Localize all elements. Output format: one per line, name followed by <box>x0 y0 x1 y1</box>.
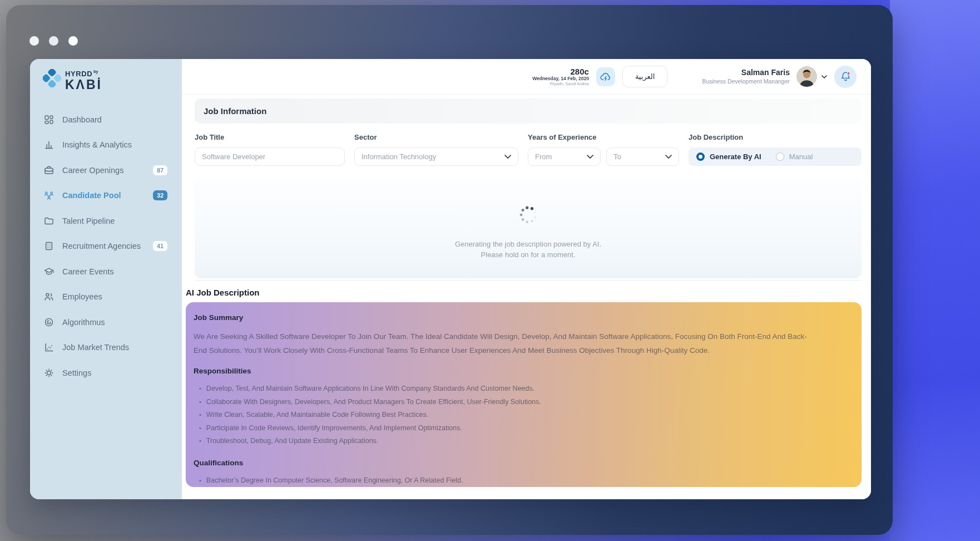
two-people-icon <box>43 291 55 302</box>
window-control-dot[interactable] <box>68 36 78 46</box>
job-description-mode-group: Generate By AI Manual <box>689 147 862 166</box>
experience-field: Years of Experience From To <box>528 134 679 166</box>
current-location: Riyadh, Saudi Arabia <box>532 82 589 87</box>
sidebar-item-label: Career Events <box>62 267 167 276</box>
experience-to-select[interactable]: To <box>606 147 679 166</box>
responsibility-item: •Participate In Code Reviews, Identify I… <box>199 422 839 435</box>
chevron-down-icon <box>665 155 672 159</box>
window-control-dot[interactable] <box>49 36 58 46</box>
sidebar-item-dashboard[interactable]: Dashboard <box>30 107 182 132</box>
window-controls <box>29 36 78 46</box>
recruitment-agencies-count-badge: 41 <box>153 241 167 251</box>
brand-name-bottom: KΛBİ <box>65 78 102 91</box>
job-title-label: Job Title <box>195 134 345 141</box>
sidebar-item-label: Algorithmus <box>62 318 167 327</box>
qualifications-heading: Qualifications <box>194 459 839 467</box>
sector-selected-value: Information Technology <box>362 153 436 161</box>
responsibility-item: •Collaborate With Designers, Developers,… <box>199 396 839 409</box>
job-description-field: Job Description Generate By AI Manual <box>689 134 862 166</box>
chevron-down-icon <box>587 155 593 159</box>
sidebar-item-label: Candidate Pool <box>62 191 145 200</box>
weather-widget[interactable] <box>596 67 615 86</box>
sector-field: Sector Information Technology <box>354 134 518 166</box>
temperature-value: 280c <box>532 67 589 76</box>
graduation-cap-icon <box>43 266 55 277</box>
radio-unselected-icon <box>776 153 784 161</box>
sidebar-item-settings[interactable]: Settings <box>30 360 182 386</box>
briefcase-icon <box>43 165 55 176</box>
trend-axis-icon <box>43 342 55 353</box>
notifications-button[interactable] <box>834 66 857 88</box>
user-role: Business Development Mananger <box>702 78 790 85</box>
cloud-lightning-icon <box>600 71 612 83</box>
sidebar-item-label: Talent Pipeline <box>62 217 167 225</box>
main-area: 280c Wednesday, 14 Feb, 2020 Riyadh, Sau… <box>182 59 871 499</box>
folder-icon <box>43 215 55 227</box>
profile-dropdown-caret[interactable] <box>821 75 827 78</box>
section-title: Job Information <box>204 106 266 116</box>
sidebar-item-label: Settings <box>62 368 167 377</box>
responsibility-item: •Develop, Test, And Maintain Software Ap… <box>199 382 839 396</box>
loading-message-line2: Please hold on for a moment. <box>195 250 862 260</box>
job-summary-text: We Are Seeking A Skilled Software Develo… <box>194 329 814 357</box>
page-content: Job Information Job Title Sector Informa… <box>195 95 862 487</box>
sector-select[interactable]: Information Technology <box>354 147 518 166</box>
language-toggle-button[interactable]: العربية <box>622 66 668 87</box>
responsibility-item: •Write Clean, Scalable, And Maintainable… <box>199 409 839 422</box>
job-title-input[interactable] <box>195 147 345 166</box>
sector-label: Sector <box>354 134 518 141</box>
sidebar-item-insights-analytics[interactable]: Insights & Analytics <box>30 132 182 158</box>
bar-chart-icon <box>43 139 55 150</box>
sidebar-nav: Dashboard Insights & Analytics Career Op… <box>30 107 182 386</box>
kabi-clover-icon <box>43 69 61 87</box>
responsibilities-heading: Responsibilities <box>194 367 839 375</box>
desktop-wallpaper: HYRDDby KΛBİ Dashboard Insights & Analyt… <box>0 0 980 541</box>
sidebar-item-recruitment-agencies[interactable]: Recruitment Agencies 41 <box>30 234 182 259</box>
bell-icon <box>840 71 852 82</box>
building-icon <box>43 240 55 252</box>
window-control-dot[interactable] <box>29 36 39 46</box>
experience-to-placeholder: To <box>613 153 621 161</box>
radio-selected-icon <box>696 153 705 161</box>
sidebar-item-label: Employees <box>62 292 167 301</box>
sidebar-item-career-events[interactable]: Career Events <box>30 259 182 284</box>
top-header-bar: 280c Wednesday, 14 Feb, 2020 Riyadh, Sau… <box>182 59 871 95</box>
avatar-photo <box>796 66 817 87</box>
sidebar-item-career-openings[interactable]: Career Openings 87 <box>30 158 182 183</box>
loading-spinner-icon <box>518 205 538 225</box>
user-name: Salman Faris <box>702 68 790 78</box>
responsibilities-list: •Develop, Test, And Maintain Software Ap… <box>194 382 839 448</box>
sidebar-item-talent-pipeline[interactable]: Talent Pipeline <box>30 208 182 234</box>
chevron-down-icon <box>821 75 827 78</box>
sidebar-item-algorithmus[interactable]: Algorithmus <box>30 309 182 335</box>
career-openings-count-badge: 87 <box>153 165 167 175</box>
ai-job-description-title: AI Job Description <box>186 288 862 297</box>
loading-message-line1: Generating the job description powered b… <box>195 239 862 250</box>
experience-label: Years of Experience <box>528 134 679 141</box>
sidebar-item-label: Insights & Analytics <box>62 140 167 149</box>
qualifications-list: •Bachelor’s Degree In Computer Science, … <box>194 474 839 488</box>
sidebar-item-label: Job Market Trends <box>62 343 167 352</box>
gear-icon <box>43 367 55 378</box>
sidebar-item-employees[interactable]: Employees <box>30 284 182 310</box>
sidebar-item-job-market-trends[interactable]: Job Market Trends <box>30 335 182 361</box>
section-divider <box>195 280 862 281</box>
generate-by-ai-radio[interactable]: Generate By AI <box>696 153 761 161</box>
experience-from-select[interactable]: From <box>528 147 601 166</box>
spiral-target-icon <box>43 317 55 328</box>
app-card: HYRDDby KΛBİ Dashboard Insights & Analyt… <box>30 59 871 499</box>
dashboard-grid-icon <box>43 114 55 125</box>
sidebar-item-candidate-pool[interactable]: Candidate Pool 32 <box>30 183 182 209</box>
qualification-item: •Bachelor’s Degree In Computer Science, … <box>199 474 839 488</box>
notification-dot <box>847 72 850 75</box>
section-title-bar: Job Information <box>195 99 862 124</box>
loading-message: Generating the job description powered b… <box>195 239 862 260</box>
ai-generation-loading-panel: Generating the job description powered b… <box>195 176 862 278</box>
chevron-down-icon <box>504 155 511 159</box>
people-group-icon <box>43 190 55 201</box>
avatar[interactable] <box>796 66 817 87</box>
weather-summary: 280c Wednesday, 14 Feb, 2020 Riyadh, Sau… <box>532 67 589 87</box>
job-summary-heading: Job Summary <box>194 313 839 322</box>
manual-radio[interactable]: Manual <box>776 153 813 161</box>
job-description-label: Job Description <box>689 134 862 141</box>
